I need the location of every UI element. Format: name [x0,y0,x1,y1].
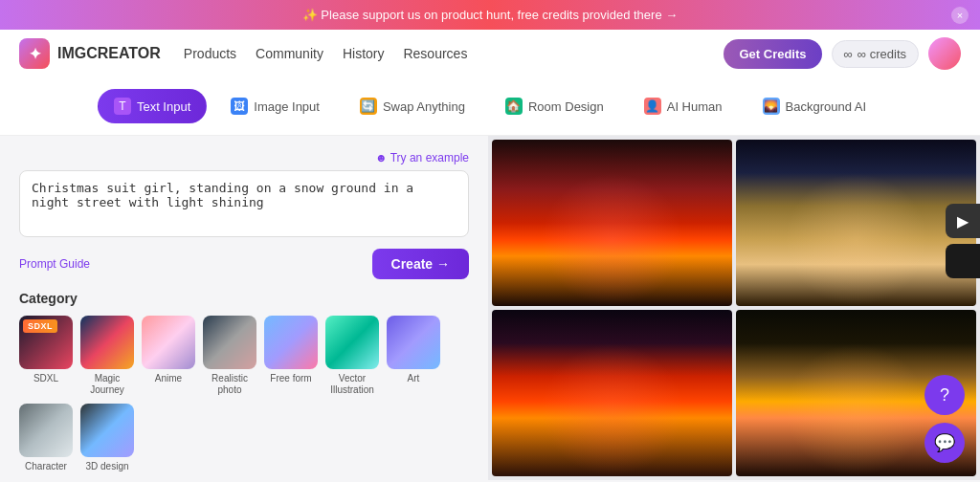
logo-icon: ✦ [19,38,50,69]
navbar: ✦ IMGCREATOR Products Community History … [0,30,980,77]
banner-close-button[interactable]: × [951,7,969,24]
category-3d-thumb [80,404,134,457]
category-sdxl-label: SDXL [33,373,58,384]
gallery-image-tl [492,140,732,306]
category-realistic[interactable]: Realistic photo [203,316,256,396]
floating-buttons: ? 💬 [924,375,965,463]
chat-button[interactable]: 💬 [924,423,965,463]
category-freeform-thumb [264,316,318,369]
gallery-image-bl [492,310,732,476]
get-credits-button[interactable]: Get Credits [724,39,821,69]
swap-icon: 🔄 [360,98,377,115]
prompt-guide-link[interactable]: Prompt Guide [19,257,90,271]
category-character-label: Character [25,461,67,472]
nav-resources[interactable]: Resources [403,46,467,61]
tab-bar: T Text Input 🖼 Image Input 🔄 Swap Anythi… [0,77,980,136]
help-button[interactable]: ? [924,375,965,415]
room-icon: 🏠 [505,98,523,115]
nav-community[interactable]: Community [256,46,323,61]
category-freeform-label: Free form [270,373,311,384]
category-sdxl[interactable]: SDXL SDXL [19,316,73,396]
category-3d[interactable]: 3D design [80,404,134,472]
tab-ai-human[interactable]: 👤 AI Human [628,89,739,123]
gallery-image-tr [736,140,976,306]
bg-icon: 🌄 [763,98,780,115]
try-example-text: Try an example [390,151,469,164]
category-title: Category [19,291,469,306]
category-grid: SDXL SDXL Magic Journey Anime Realistic … [19,316,469,472]
tab-image-input[interactable]: 🖼 Image Input [214,89,336,123]
nav-products[interactable]: Products [184,46,236,61]
logo-text: IMGCREATOR [57,45,161,62]
credits-badge[interactable]: ∞ ∞ credits [832,40,919,68]
tab-room-design[interactable]: 🏠 Room Design [489,89,620,123]
tab-bg-label: Background AI [786,99,867,114]
nav-links: Products Community History Resources [184,46,702,61]
tab-text-input-label: Text Input [137,99,190,114]
prompt-actions: Prompt Guide Create → [19,249,469,279]
category-character[interactable]: Character [19,404,73,472]
text-input-icon: T [114,98,131,115]
category-vector-thumb [325,316,379,369]
tab-human-label: AI Human [667,99,723,114]
tab-swap-label: Swap Anything [383,99,465,114]
category-art[interactable]: Art [387,316,440,396]
top-banner: ✨ Please support us on product hunt, fre… [0,0,980,30]
category-3d-label: 3D design [85,461,128,472]
tab-background-ai[interactable]: 🌄 Background AI [746,89,883,123]
category-anime[interactable]: Anime [142,316,195,396]
tab-text-input[interactable]: T Text Input [98,89,207,123]
main-layout: ☻ Try an example Christmas suit girl, st… [0,136,980,480]
human-icon: 👤 [644,98,661,115]
category-freeform[interactable]: Free form [264,316,318,396]
category-vector[interactable]: Vector Illustration [325,316,379,396]
category-realistic-thumb [203,316,256,369]
side-buttons: ▶ [946,204,980,278]
nav-history[interactable]: History [343,46,385,61]
banner-text[interactable]: ✨ Please support us on product hunt, fre… [302,8,679,22]
category-sdxl-thumb: SDXL [19,316,73,369]
category-realistic-label: Realistic photo [203,373,256,396]
apple-store-button[interactable] [946,244,980,278]
image-gallery [488,136,980,480]
image-input-icon: 🖼 [231,98,248,115]
category-magic[interactable]: Magic Journey [80,316,134,396]
category-character-thumb [19,404,73,457]
tab-room-label: Room Design [528,99,604,114]
category-vector-label: Vector Illustration [325,373,379,396]
category-anime-thumb [142,316,195,369]
play-store-button[interactable]: ▶ [946,204,980,238]
category-art-label: Art [408,373,420,384]
nav-right: Get Credits ∞ ∞ credits [724,37,961,70]
tab-swap-anything[interactable]: 🔄 Swap Anything [344,89,481,123]
prompt-textarea[interactable]: Christmas suit girl, standing on a snow … [19,170,469,237]
credits-label: ∞ credits [858,47,906,61]
create-button[interactable]: Create → [372,249,469,279]
category-art-thumb [387,316,440,369]
try-example-label: ☻ [375,151,390,164]
avatar[interactable] [928,37,961,70]
tab-image-input-label: Image Input [254,99,320,114]
logo[interactable]: ✦ IMGCREATOR [19,38,161,69]
category-magic-label: Magic Journey [80,373,134,396]
credits-icon: ∞ [844,47,853,61]
category-anime-label: Anime [155,373,182,384]
left-panel: ☻ Try an example Christmas suit girl, st… [0,136,488,480]
try-example-link[interactable]: ☻ Try an example [19,151,469,164]
category-magic-thumb [80,316,134,369]
